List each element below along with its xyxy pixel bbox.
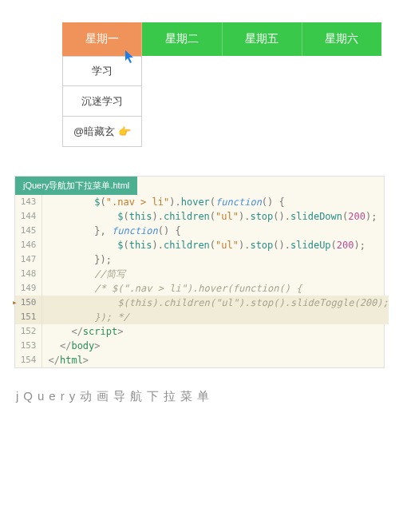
code-line: 152 </script> — [15, 324, 389, 339]
code-area[interactable]: 143 $(".nav > li").hover(function() { 14… — [15, 195, 389, 367]
code-line: 153 </body> — [15, 339, 389, 353]
code-line: 143 $(".nav > li").hover(function() { — [15, 195, 389, 209]
code-line: 145 }, function() { — [15, 224, 389, 238]
code-editor: jQuery导航加下拉菜单.html 143 $(".nav > li").ho… — [14, 176, 385, 368]
code-line: 149 /* $(".nav > li").hover(function() { — [15, 281, 389, 296]
nav-item-friday[interactable]: 星期五 — [223, 22, 302, 56]
nav-item-monday[interactable]: 星期一 — [62, 22, 142, 56]
nav-label: 星期五 — [245, 32, 279, 46]
code-line: 148 //简写 — [15, 267, 389, 281]
nav-demo: 星期一 星期二 星期五 星期六 学习 沉迷学习 @暗藏玄 👉 — [14, 16, 385, 160]
nav-item-tuesday[interactable]: 星期二 — [142, 22, 222, 56]
nav-item-saturday[interactable]: 星期六 — [302, 22, 381, 56]
code-line: 147 }); — [15, 252, 389, 267]
code-line: 154</html> — [15, 353, 389, 367]
code-line-highlight: 151 }); */ — [15, 310, 389, 324]
nav-label: 星期二 — [165, 32, 199, 46]
editor-tab[interactable]: jQuery导航加下拉菜单.html — [15, 177, 137, 195]
dropdown-item[interactable]: @暗藏玄 👉 — [62, 117, 142, 147]
code-line: 146 $(this).children("ul").stop().slideU… — [15, 238, 389, 252]
nav-bar: 星期一 星期二 星期五 星期六 — [62, 22, 381, 56]
code-line: 144 $(this).children("ul").stop().slideD… — [15, 209, 389, 224]
nav-label: 星期一 — [85, 32, 119, 46]
page-caption: jQuery动画导航下拉菜单 — [14, 389, 385, 404]
code-line-highlight: 150 $(this).children("ul").stop().slideT… — [15, 296, 389, 310]
nav-label: 星期六 — [325, 32, 358, 46]
dropdown-menu: 学习 沉迷学习 @暗藏玄 👉 — [62, 56, 142, 147]
dropdown-item[interactable]: 沉迷学习 — [62, 86, 142, 117]
cursor-icon — [124, 50, 136, 67]
